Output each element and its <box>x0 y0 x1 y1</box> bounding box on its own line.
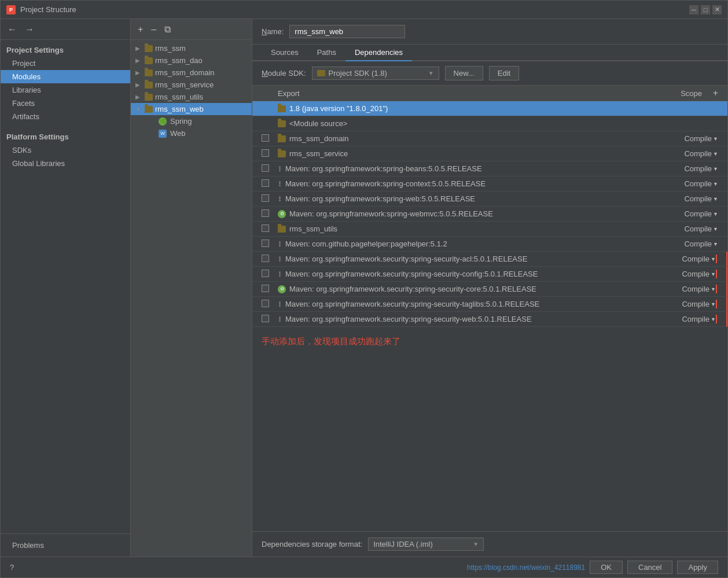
scope-arrow-security-acl[interactable]: ▼ <box>711 256 716 262</box>
checkbox-security-web[interactable] <box>262 315 269 322</box>
tab-paths[interactable]: Paths <box>308 45 345 61</box>
checkbox-spring-web[interactable] <box>262 194 269 202</box>
tree-item-spring[interactable]: ▶ 🌿 Spring <box>131 115 252 127</box>
dep-check-spring-context[interactable] <box>262 179 278 189</box>
dep-scope-security-acl[interactable]: Compile ▼ <box>648 255 717 263</box>
scope-arrow-beans[interactable]: ▼ <box>713 166 718 172</box>
close-button[interactable]: ✕ <box>712 5 722 14</box>
dep-row-jdk[interactable]: 1.8 (java version "1.8.0_201") <box>252 101 727 116</box>
checkbox-spring-context[interactable] <box>262 179 269 187</box>
dep-scope-security-core[interactable]: Compile ▼ <box>648 285 717 293</box>
dep-row-security-config[interactable]: ⫶ Maven: org.springframework.security:sp… <box>252 267 727 282</box>
checkbox-spring-beans[interactable] <box>262 164 269 172</box>
dep-check-security-taglibs[interactable] <box>262 300 278 309</box>
dep-row-spring-webmvc[interactable]: ⚙ Maven: org.springframework:spring-webm… <box>252 207 727 222</box>
ok-button[interactable]: OK <box>590 561 623 574</box>
add-module-button[interactable]: + <box>135 24 145 35</box>
sdk-dropdown[interactable]: Project SDK (1.8) ▼ <box>312 67 439 80</box>
checkbox-security-acl[interactable] <box>262 255 269 262</box>
sidebar-item-sdks[interactable]: SDKs <box>1 143 130 157</box>
dep-row-rms_ssm_domain[interactable]: rms_ssm_domain Compile ▼ <box>252 131 727 146</box>
checkbox-spring-webmvc[interactable] <box>262 209 269 217</box>
dep-check-pagehelper[interactable] <box>262 240 278 249</box>
checkbox-rms_ssm_service[interactable] <box>262 149 269 157</box>
copy-module-button[interactable]: ⧉ <box>162 24 173 35</box>
tree-item-rms_ssm_dao[interactable]: ▶ rms_ssm_dao <box>131 54 252 67</box>
add-dep-button[interactable]: + <box>702 88 718 98</box>
dep-scope-pagehelper[interactable]: Compile ▼ <box>649 240 718 248</box>
maximize-button[interactable]: □ <box>701 5 710 14</box>
dep-row-spring-context[interactable]: ⫶ Maven: org.springframework:spring-cont… <box>252 176 727 192</box>
dep-row-rms_ssm_service[interactable]: rms_ssm_service Compile ▼ <box>252 146 727 161</box>
checkbox-security-core[interactable] <box>262 285 269 292</box>
dep-scope-rms_ssm_service[interactable]: Compile ▼ <box>649 149 718 158</box>
sidebar-item-global-libraries[interactable]: Global Libraries <box>1 157 130 170</box>
scope-arrow-context[interactable]: ▼ <box>713 181 718 187</box>
footer-link[interactable]: https://blog.csdn.net/weixin_42118981 <box>467 564 585 572</box>
checkbox-security-config[interactable] <box>262 270 269 277</box>
edit-sdk-button[interactable]: Edit <box>489 66 519 80</box>
scope-arrow-pagehelper[interactable]: ▼ <box>713 241 718 247</box>
dep-row-rms_ssm_utils[interactable]: rms_ssm_utils Compile ▼ <box>252 222 727 237</box>
tree-item-rms_ssm_utils[interactable]: ▶ rms_ssm_utils <box>131 91 252 103</box>
dep-row-spring-web[interactable]: ⫶ Maven: org.springframework:spring-web:… <box>252 192 727 207</box>
dep-scope-security-web[interactable]: Compile ▼ <box>648 315 717 323</box>
scope-arrow-utils[interactable]: ▼ <box>713 226 718 232</box>
tree-item-rms_ssm_domain[interactable]: ▶ rms_ssm_domain <box>131 67 252 79</box>
dep-check-security-web[interactable] <box>262 315 278 324</box>
dep-check-security-core[interactable] <box>262 285 278 294</box>
sidebar-item-project[interactable]: Project <box>1 57 130 70</box>
sidebar-item-facets[interactable]: Facets <box>1 97 130 110</box>
scope-arrow-security-core[interactable]: ▼ <box>711 286 716 292</box>
dep-scope-security-taglibs[interactable]: Compile ▼ <box>648 300 717 308</box>
dep-row-security-web[interactable]: ⫶ Maven: org.springframework.security:sp… <box>252 312 727 327</box>
footer-help[interactable]: ? <box>10 563 14 572</box>
scope-arrow-domain[interactable]: ▼ <box>713 136 718 142</box>
dep-row-pagehelper[interactable]: ⫶ Maven: com.github.pagehelper:pagehelpe… <box>252 237 727 252</box>
tree-item-rms_ssm_service[interactable]: ▶ rms_ssm_service <box>131 79 252 91</box>
scope-arrow-webmvc[interactable]: ▼ <box>713 211 718 217</box>
dep-check-security-config[interactable] <box>262 270 278 279</box>
checkbox-rms_ssm_utils[interactable] <box>262 224 269 232</box>
tree-item-rms_ssm[interactable]: ▶ rms_ssm <box>131 42 252 54</box>
dep-check-rms_ssm_service[interactable] <box>262 149 278 159</box>
minimize-button[interactable]: ─ <box>689 5 698 14</box>
dep-check-spring-webmvc[interactable] <box>262 209 278 219</box>
cancel-button[interactable]: Cancel <box>627 561 672 574</box>
dep-scope-rms_ssm_domain[interactable]: Compile ▼ <box>649 134 718 143</box>
tree-item-web[interactable]: ▶ W Web <box>131 127 252 139</box>
dep-scope-rms_ssm_utils[interactable]: Compile ▼ <box>649 224 718 233</box>
dep-check-spring-beans[interactable] <box>262 164 278 174</box>
tree-item-rms_ssm_web[interactable]: ▼ rms_ssm_web <box>131 103 252 115</box>
scope-arrow-security-taglibs[interactable]: ▼ <box>711 301 716 307</box>
checkbox-security-taglibs[interactable] <box>262 300 269 307</box>
dep-check-spring-web[interactable] <box>262 194 278 204</box>
dep-scope-security-config[interactable]: Compile ▼ <box>648 270 717 278</box>
dep-check-rms_ssm_utils[interactable] <box>262 224 278 234</box>
new-sdk-button[interactable]: New... <box>445 66 483 80</box>
dep-scope-spring-web[interactable]: Compile ▼ <box>649 194 718 203</box>
checkbox-pagehelper[interactable] <box>262 240 269 247</box>
dep-row-security-taglibs[interactable]: ⫶ Maven: org.springframework.security:sp… <box>252 297 727 312</box>
sidebar-item-modules[interactable]: Modules <box>1 70 130 83</box>
dep-check-security-acl[interactable] <box>262 255 278 264</box>
sidebar-item-libraries[interactable]: Libraries <box>1 83 130 97</box>
tab-sources[interactable]: Sources <box>262 45 308 61</box>
dep-scope-spring-beans[interactable]: Compile ▼ <box>649 164 718 173</box>
dep-scope-spring-context[interactable]: Compile ▼ <box>649 179 718 188</box>
checkbox-rms_ssm_domain[interactable] <box>262 134 269 142</box>
module-name-input[interactable] <box>289 25 405 38</box>
tab-dependencies[interactable]: Dependencies <box>345 45 412 61</box>
nav-forward-button[interactable]: → <box>23 24 36 35</box>
dep-row-security-core[interactable]: ⚙ Maven: org.springframework.security:sp… <box>252 282 727 297</box>
scope-arrow-web[interactable]: ▼ <box>713 196 718 202</box>
scope-arrow-security-web[interactable]: ▼ <box>711 316 716 322</box>
sidebar-item-artifacts[interactable]: Artifacts <box>1 110 130 123</box>
apply-button[interactable]: Apply <box>677 561 718 574</box>
dep-check-rms_ssm_domain[interactable] <box>262 134 278 143</box>
scope-arrow-security-config[interactable]: ▼ <box>711 271 716 277</box>
dep-scope-spring-webmvc[interactable]: Compile ▼ <box>649 209 718 218</box>
sidebar-item-problems[interactable]: Problems <box>6 539 124 552</box>
dep-row-spring-beans[interactable]: ⫶ Maven: org.springframework:spring-bean… <box>252 161 727 176</box>
format-dropdown[interactable]: IntelliJ IDEA (.iml) ▼ <box>368 537 484 551</box>
